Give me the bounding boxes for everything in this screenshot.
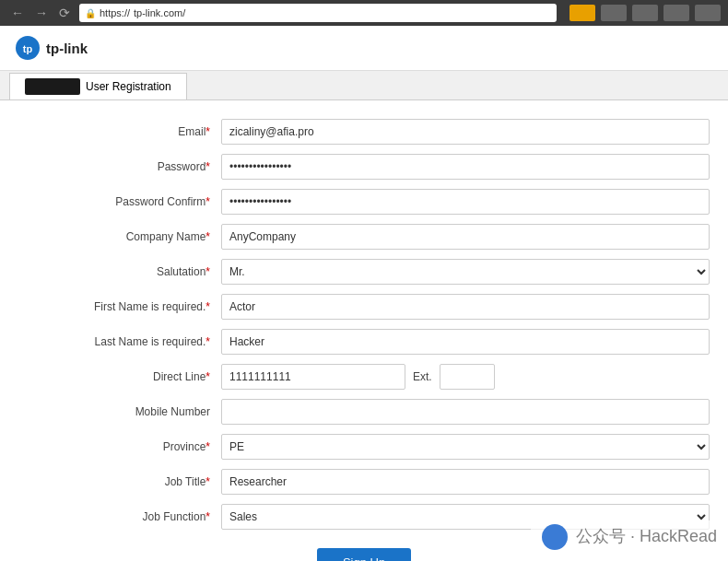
extension-box-1 xyxy=(569,5,595,21)
ext-input[interactable] xyxy=(440,364,495,390)
password-label: Password* xyxy=(18,160,221,173)
password-row: Password* xyxy=(0,154,728,180)
registration-form: Email* Password* Password Confirm* Compa… xyxy=(0,100,728,561)
email-row: Email* xyxy=(0,119,728,145)
sign-up-button[interactable]: Sign Up xyxy=(317,548,411,561)
province-row: Province* PE AB BC MB NB NL NS ON QC SK xyxy=(0,434,728,460)
submit-area: Sign Up xyxy=(0,539,728,561)
first-name-label: First Name is required.* xyxy=(18,300,221,313)
browser-chrome: ← → ⟳ 🔒 https://tp-link.com/ xyxy=(0,0,728,26)
company-name-row: Company Name* xyxy=(0,224,728,250)
back-button[interactable]: ← xyxy=(7,4,28,22)
site-header: tp tp-link xyxy=(0,26,728,71)
job-function-row: Job Function* Sales Marketing IT Finance… xyxy=(0,504,728,530)
logo-area: tp tp-link xyxy=(15,35,88,61)
province-label: Province* xyxy=(18,440,221,453)
nav-buttons[interactable]: ← → ⟳ xyxy=(7,4,74,22)
tab-bar: User Registration xyxy=(0,71,728,100)
password-input[interactable] xyxy=(221,154,710,180)
reload-button[interactable]: ⟳ xyxy=(55,4,74,22)
direct-line-input[interactable] xyxy=(221,364,405,390)
forward-button[interactable]: → xyxy=(31,4,52,22)
salutation-select[interactable]: Mr. Mrs. Ms. Dr. xyxy=(221,259,710,285)
svg-text:tp: tp xyxy=(23,43,33,54)
password-confirm-label: Password Confirm* xyxy=(18,195,221,208)
company-name-input[interactable] xyxy=(221,224,710,250)
last-name-label: Last Name is required.* xyxy=(18,335,221,348)
salutation-row: Salutation* Mr. Mrs. Ms. Dr. xyxy=(0,259,728,285)
company-name-label: Company Name* xyxy=(18,230,221,243)
tab-black-rect xyxy=(25,78,80,95)
job-title-label: Job Title* xyxy=(18,475,221,488)
job-function-select[interactable]: Sales Marketing IT Finance Operations HR… xyxy=(221,504,710,530)
salutation-label: Salutation* xyxy=(18,265,221,278)
url-protocol: https:// xyxy=(100,7,130,18)
browser-actions xyxy=(569,5,721,21)
email-input[interactable] xyxy=(221,119,710,145)
job-function-label: Job Function* xyxy=(18,510,221,523)
direct-line-label: Direct Line* xyxy=(18,370,221,383)
extension-box-3 xyxy=(632,5,658,21)
extension-box-2 xyxy=(601,5,627,21)
mobile-row: Mobile Number xyxy=(0,399,728,425)
logo-text: tp-link xyxy=(46,41,88,56)
password-confirm-input[interactable] xyxy=(221,189,710,215)
job-title-input[interactable] xyxy=(221,469,710,495)
last-name-row: Last Name is required.* xyxy=(0,329,728,355)
email-label: Email* xyxy=(18,125,221,138)
mobile-label: Mobile Number xyxy=(18,405,221,418)
lock-icon: 🔒 xyxy=(85,8,96,18)
direct-line-row: Direct Line* Ext. xyxy=(0,364,728,390)
extension-box-4 xyxy=(663,5,689,21)
job-title-row: Job Title* xyxy=(0,469,728,495)
url-domain: tp-link.com/ xyxy=(134,7,185,18)
tplink-logo-icon: tp xyxy=(15,35,41,61)
extension-box-5 xyxy=(695,5,721,21)
registration-tab[interactable]: User Registration xyxy=(9,73,187,99)
ext-label: Ext. xyxy=(413,370,432,383)
tab-label: User Registration xyxy=(86,80,171,93)
phone-row: Ext. xyxy=(221,364,710,390)
last-name-input[interactable] xyxy=(221,329,710,355)
password-confirm-row: Password Confirm* xyxy=(0,189,728,215)
address-bar[interactable]: 🔒 https://tp-link.com/ xyxy=(79,4,557,22)
first-name-input[interactable] xyxy=(221,294,710,320)
province-select[interactable]: PE AB BC MB NB NL NS ON QC SK xyxy=(221,434,710,460)
mobile-input[interactable] xyxy=(221,399,710,425)
first-name-row: First Name is required.* xyxy=(0,294,728,320)
